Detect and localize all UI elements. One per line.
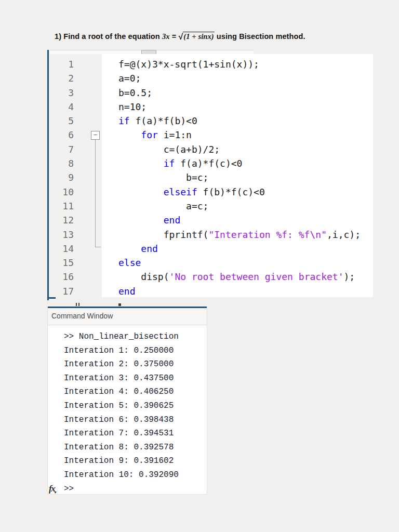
command-output-line: Interation 7: 0.394531 — [64, 427, 207, 441]
sqrt-radicand: (1 + sinx) — [183, 32, 214, 41]
code-lines: f=@(x)3*x-sqrt(1+sin(x));a=0;b=0.5;n=10;… — [102, 54, 373, 298]
command-window-title: Command Window — [51, 312, 113, 320]
code-line[interactable]: n=10; — [118, 100, 373, 114]
code-segment: end — [141, 243, 158, 254]
sqrt-radical-icon: √ — [178, 32, 183, 42]
line-number: 7 — [49, 142, 74, 156]
code-segment: f(a)*f(b)<0 — [130, 115, 197, 126]
code-line[interactable]: a=c; — [118, 199, 373, 213]
code-segment: b=0.5; — [118, 87, 152, 98]
code-line[interactable]: end — [118, 284, 373, 298]
code-segment: f(a)*f(c)<0 — [175, 158, 242, 169]
code-segment: 'No root between given bracket' — [169, 271, 344, 282]
code-line[interactable]: else — [118, 256, 373, 270]
code-segment: disp( — [118, 271, 169, 282]
line-number: 3 — [49, 86, 74, 100]
caret-down-icon: ▾ — [54, 486, 56, 494]
fx-icon[interactable]: fx▾ — [49, 482, 56, 494]
code-segment: i=1:n — [158, 129, 192, 140]
line-number: 13 — [49, 228, 74, 242]
command-output-line: >> Non_linear_bisection — [64, 330, 207, 344]
code-segment: f(b)*f(c)<0 — [197, 187, 265, 197]
command-prompt-row: fx▾ >> — [64, 482, 207, 494]
command-output-line: Interation 6: 0.398438 — [64, 413, 207, 427]
title-text-before: 1) Find a root of the equation — [55, 32, 162, 41]
command-output-line: Interation 9: 0.391602 — [64, 454, 207, 468]
math-lhs: 3x — [162, 32, 170, 41]
cropped-text-remnant — [78, 303, 79, 306]
code-segment: else — [118, 257, 141, 268]
cropped-text-remnant — [76, 303, 77, 306]
line-number: 5 — [49, 114, 74, 128]
code-segment: f=@(x)3*x-sqrt(1+sin(x)); — [118, 59, 259, 70]
command-output-line: Interation 10: 0.392090 — [64, 468, 207, 482]
code-line[interactable]: elseif f(b)*f(c)<0 — [118, 185, 373, 199]
code-line[interactable]: a=0; — [118, 71, 373, 85]
code-segment: elseif — [164, 187, 197, 197]
line-number: 4 — [49, 100, 74, 114]
code-segment: if — [164, 158, 175, 169]
line-number: 10 — [49, 185, 74, 199]
code-line[interactable]: end — [118, 213, 373, 227]
code-segment — [118, 129, 141, 140]
code-line[interactable]: if f(a)*f(c)<0 — [118, 156, 373, 170]
code-segment: "Interation %f: %f\n" — [208, 229, 327, 240]
line-number: 8 — [49, 156, 74, 170]
problem-title: 1) Find a root of the equation 3x = √(1 … — [55, 32, 305, 41]
code-segment: ,i,c); — [327, 229, 361, 240]
code-area[interactable]: f=@(x)3*x-sqrt(1+sin(x));a=0;b=0.5;n=10;… — [102, 54, 373, 297]
command-window-panel: Command Window >> Non_linear_bisectionIn… — [47, 307, 207, 495]
command-prompt[interactable]: >> — [64, 484, 74, 494]
command-output-line: Interation 1: 0.250000 — [64, 344, 207, 358]
code-segment: fprintf( — [118, 229, 208, 240]
line-number: 11 — [49, 199, 74, 213]
command-output-line: Interation 2: 0.375000 — [64, 357, 207, 371]
code-segment: c=(a+b)/2; — [118, 144, 220, 155]
code-segment: if — [118, 115, 130, 126]
code-segment — [118, 215, 164, 225]
code-segment: a=0; — [118, 73, 141, 84]
cropped-text-remnant — [118, 303, 121, 306]
command-window-content[interactable]: >> Non_linear_bisectionInteration 1: 0.2… — [48, 325, 207, 494]
line-number: 1 — [49, 57, 74, 71]
line-numbers: 1234567891011121314151617 — [49, 57, 74, 298]
code-segment: b=c; — [118, 172, 208, 183]
command-output-line: Interation 4: 0.406250 — [64, 385, 207, 399]
line-number: 2 — [49, 71, 74, 85]
command-output-line: Interation 8: 0.392578 — [64, 441, 207, 455]
title-text-after: using Bisection method. — [215, 32, 305, 41]
math-equals: = — [170, 32, 179, 41]
line-number: 6 — [49, 128, 74, 142]
line-number: 12 — [49, 213, 74, 227]
line-number-gutter: 1234567891011121314151617 — [49, 54, 102, 297]
code-segment — [118, 187, 164, 197]
code-segment — [118, 243, 141, 254]
line-number: 15 — [49, 256, 74, 270]
code-segment: a=c; — [118, 201, 208, 211]
code-line[interactable]: c=(a+b)/2; — [118, 142, 373, 156]
code-line[interactable]: f=@(x)3*x-sqrt(1+sin(x)); — [118, 57, 373, 71]
line-number: 14 — [49, 242, 74, 256]
code-line[interactable]: b=0.5; — [118, 86, 373, 100]
code-segment: n=10; — [118, 101, 147, 112]
code-line[interactable]: disp('No root between given bracket'); — [118, 270, 373, 284]
fold-region-bracket — [95, 140, 101, 247]
code-segment: for — [141, 129, 158, 140]
code-line[interactable]: b=c; — [118, 170, 373, 184]
code-editor-panel: 1234567891011121314151617 f=@(x)3*x-sqrt… — [47, 50, 373, 300]
code-line[interactable]: for i=1:n — [118, 128, 373, 142]
code-segment: ); — [344, 271, 355, 282]
line-number: 16 — [49, 270, 74, 284]
code-segment — [118, 158, 164, 169]
line-number: 9 — [49, 170, 74, 184]
code-line[interactable]: if f(a)*f(b)<0 — [118, 114, 373, 128]
line-number: 17 — [49, 284, 74, 298]
screen: 1) Find a root of the equation 3x = √(1 … — [0, 0, 399, 532]
code-line[interactable]: end — [118, 242, 373, 256]
command-window-header[interactable]: Command Window — [48, 308, 207, 325]
command-output-line: Interation 5: 0.390625 — [64, 399, 207, 413]
code-segment: end — [118, 286, 136, 297]
code-fold-toggle[interactable]: − — [91, 131, 100, 140]
command-output-line: Interation 3: 0.437500 — [64, 371, 207, 385]
code-line[interactable]: fprintf("Interation %f: %f\n",i,c); — [118, 228, 373, 242]
